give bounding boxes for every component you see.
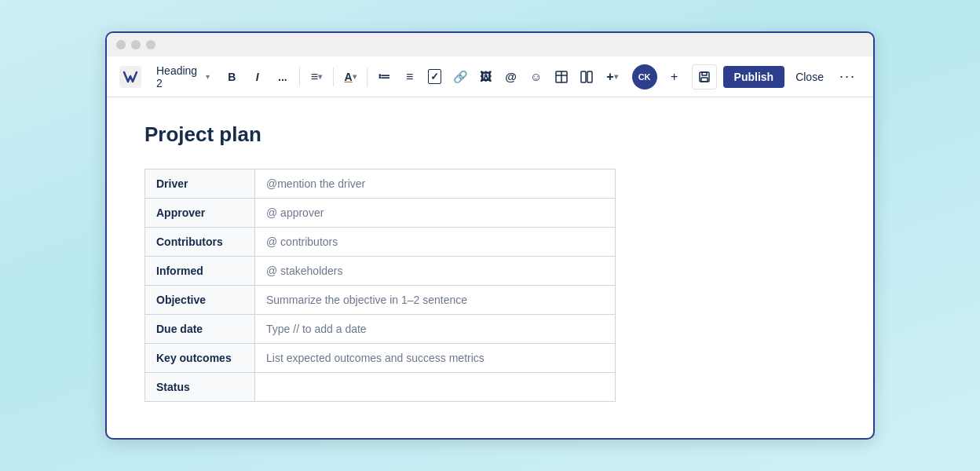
bold-button[interactable]: B	[221, 66, 242, 88]
table-row: Due dateType // to add a date	[145, 315, 616, 344]
svg-rect-5	[587, 71, 592, 82]
window-dot-3	[146, 40, 155, 49]
emoji-button[interactable]: ☺	[526, 66, 547, 88]
toolbar-right: CK + Publish Close ···	[632, 64, 861, 89]
logo-icon	[119, 66, 141, 88]
ordered-list-button[interactable]: ≡	[399, 66, 419, 88]
table-value-cell[interactable]: Type // to add a date	[255, 315, 616, 344]
insert-button[interactable]: + ▾	[602, 66, 622, 88]
link-button[interactable]: 🔗	[450, 66, 470, 88]
table-row: Status	[145, 373, 616, 402]
table-label-cell[interactable]: Due date	[145, 315, 255, 344]
table-row: Key outcomesList expected outcomes and s…	[145, 344, 616, 373]
table-row: Contributors@ contributors	[145, 228, 616, 257]
bullet-list-button[interactable]: ≔	[374, 66, 394, 88]
svg-rect-7	[702, 72, 707, 75]
close-button[interactable]: Close	[791, 68, 828, 86]
table-label-cell[interactable]: Informed	[145, 257, 255, 286]
editor-window: Heading 2 ▾ B I ... ≡ ▾ A ▾ ≔	[105, 31, 875, 440]
table-label-cell[interactable]: Objective	[145, 286, 255, 315]
table-label-cell[interactable]: Contributors	[145, 228, 255, 257]
toolbar: Heading 2 ▾ B I ... ≡ ▾ A ▾ ≔	[107, 57, 873, 97]
table-row: Informed@ stakeholders	[145, 257, 616, 286]
table-value-cell[interactable]: @ approver	[255, 199, 616, 228]
image-button[interactable]: 🖼	[475, 66, 495, 88]
table-row: Driver@mention the driver	[145, 170, 616, 199]
table-value-cell[interactable]: Summarize the objective in 1–2 sentence	[255, 286, 616, 315]
task-list-button[interactable]: ✓	[425, 66, 445, 88]
columns-button[interactable]	[576, 66, 597, 88]
save-button[interactable]	[692, 64, 717, 89]
avatar: CK	[632, 64, 657, 89]
table-value-cell[interactable]: @ contributors	[255, 228, 616, 257]
divider-3	[367, 68, 368, 86]
table-label-cell[interactable]: Key outcomes	[145, 344, 255, 373]
page-title: Project plan	[144, 122, 836, 147]
table-row: Approver@ approver	[145, 199, 616, 228]
table-value-cell[interactable]: @ stakeholders	[255, 257, 616, 286]
align-button[interactable]: ≡ ▾	[306, 66, 327, 88]
table-button[interactable]	[551, 66, 572, 88]
table-label-cell[interactable]: Status	[145, 373, 255, 402]
svg-rect-4	[581, 71, 586, 82]
svg-rect-8	[701, 78, 708, 82]
table-value-cell[interactable]: List expected outcomes and success metri…	[255, 344, 616, 373]
window-dot-2	[131, 40, 141, 49]
more-options-button[interactable]: ···	[835, 65, 861, 88]
mention-button[interactable]: @	[500, 66, 521, 88]
table-label-cell[interactable]: Approver	[145, 199, 255, 228]
table-value-cell[interactable]	[255, 373, 616, 402]
table-label-cell[interactable]: Driver	[145, 170, 255, 199]
heading-label: Heading 2	[156, 64, 203, 89]
italic-button[interactable]: I	[247, 66, 267, 88]
divider-1	[299, 68, 300, 86]
table-row: ObjectiveSummarize the objective in 1–2 …	[145, 286, 616, 315]
publish-button[interactable]: Publish	[723, 66, 785, 88]
table-value-cell[interactable]: @mention the driver	[255, 170, 616, 199]
add-collaborator-button[interactable]: +	[664, 66, 686, 88]
divider-2	[333, 68, 334, 86]
text-more-button[interactable]: ...	[272, 66, 293, 88]
chevron-down-icon: ▾	[206, 72, 210, 81]
window-dot-1	[116, 40, 126, 49]
title-bar	[107, 33, 873, 57]
heading-selector[interactable]: Heading 2 ▾	[149, 60, 217, 93]
font-color-button[interactable]: A ▾	[340, 66, 360, 88]
content-area: Project plan Driver@mention the driverAp…	[107, 97, 873, 438]
project-table: Driver@mention the driverApprover@ appro…	[144, 169, 616, 402]
